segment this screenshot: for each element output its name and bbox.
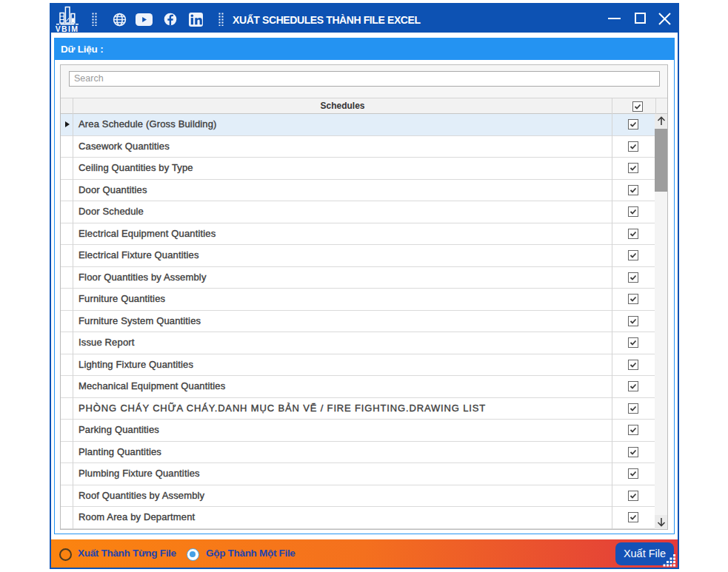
svg-text:VBIM: VBIM bbox=[56, 24, 79, 33]
